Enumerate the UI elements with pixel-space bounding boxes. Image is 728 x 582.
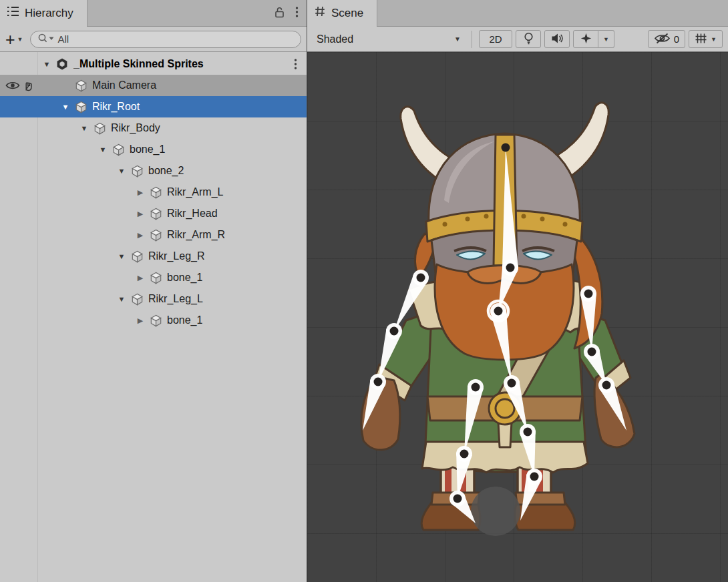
tree-row-bone-2[interactable]: ▼bone_2 bbox=[0, 160, 307, 182]
grid-settings-button[interactable]: ▼ bbox=[689, 30, 723, 48]
tree-row-main-camera[interactable]: Main Camera bbox=[0, 75, 307, 96]
object-name: Rikr_Body bbox=[111, 122, 160, 134]
indent bbox=[0, 278, 132, 278]
effects-button[interactable] bbox=[573, 30, 598, 48]
speaker-icon bbox=[551, 33, 564, 46]
add-object-button[interactable]: + ▼ bbox=[5, 33, 23, 46]
tree-row-rikr-root[interactable]: ▼Rikr_Root bbox=[0, 96, 307, 117]
grid-settings-icon bbox=[695, 33, 707, 46]
tree-row-rikr-arm-l[interactable]: ▶Rikr_Arm_L bbox=[0, 182, 307, 203]
tree-row-rikr-arm-r[interactable]: ▶Rikr_Arm_R bbox=[0, 224, 307, 246]
chevron-down-icon: ▼ bbox=[711, 36, 717, 43]
tree-row-rikr-leg-r[interactable]: ▼Rikr_Leg_R bbox=[0, 246, 307, 267]
eye-slash-icon bbox=[654, 33, 671, 46]
tree-row-rikr-body[interactable]: ▼Rikr_Body bbox=[0, 117, 307, 139]
indent bbox=[0, 150, 95, 150]
hierarchy-bar-actions bbox=[275, 0, 307, 26]
hierarchy-list-icon bbox=[7, 6, 19, 20]
bone-overlay[interactable] bbox=[307, 52, 728, 582]
scene-viewport[interactable] bbox=[307, 52, 728, 582]
foldout-collapsed-icon[interactable]: ▶ bbox=[132, 316, 148, 325]
cube-icon bbox=[148, 229, 163, 242]
hierarchy-search-field[interactable]: All bbox=[30, 31, 301, 48]
kebab-menu-icon[interactable] bbox=[294, 58, 297, 73]
tree-row-bone-1[interactable]: ▶bone_1 bbox=[0, 267, 307, 288]
scene-panel: Scene Shaded ▼ 2D ▼ 0 ▼ bbox=[307, 0, 728, 582]
hierarchy-panel: Hierarchy + ▼ All ▼_Multiple Skinned Spr… bbox=[0, 0, 307, 582]
indent bbox=[0, 214, 132, 214]
tab-hierarchy[interactable]: Hierarchy bbox=[0, 0, 87, 26]
cube-icon bbox=[73, 79, 88, 92]
tree-row--multiple-skinned-sprites[interactable]: ▼_Multiple Skinned Sprites bbox=[0, 53, 307, 75]
tab-scene[interactable]: Scene bbox=[307, 0, 377, 26]
cube-icon bbox=[73, 101, 88, 113]
cube-icon bbox=[111, 143, 126, 156]
cube-icon bbox=[130, 293, 144, 306]
foldout-expanded-icon[interactable]: ▼ bbox=[57, 103, 73, 111]
foldout-collapsed-icon[interactable]: ▶ bbox=[132, 274, 148, 282]
unity-editor: Hierarchy + ▼ All ▼_Multiple Skinned Spr… bbox=[0, 0, 728, 582]
foldout-collapsed-icon[interactable]: ▶ bbox=[132, 210, 148, 218]
search-icon bbox=[37, 33, 56, 46]
scene-tab-bar: Scene bbox=[307, 0, 728, 27]
effects-dropdown-button[interactable]: ▼ bbox=[598, 30, 614, 48]
foldout-expanded-icon[interactable]: ▼ bbox=[114, 167, 130, 175]
toggle-2d-button[interactable]: 2D bbox=[479, 30, 512, 48]
tree-row-rikr-leg-l[interactable]: ▼Rikr_Leg_L bbox=[0, 288, 307, 310]
foldout-expanded-icon[interactable]: ▼ bbox=[76, 124, 92, 132]
scene-visibility-button[interactable]: 0 bbox=[648, 30, 685, 48]
tree-row-rikr-head[interactable]: ▶Rikr_Head bbox=[0, 203, 307, 224]
search-value: All bbox=[58, 33, 69, 45]
object-name: bone_2 bbox=[148, 165, 184, 177]
draw-mode-dropdown[interactable]: Shaded ▼ bbox=[313, 33, 465, 45]
indent bbox=[0, 171, 114, 172]
object-name: _Multiple Skinned Sprites bbox=[73, 58, 204, 70]
scene-lighting-button[interactable] bbox=[516, 30, 541, 48]
scene-audio-button[interactable] bbox=[544, 30, 570, 48]
indent bbox=[0, 64, 39, 65]
object-name: bone_1 bbox=[167, 272, 202, 284]
foldout-collapsed-icon[interactable]: ▶ bbox=[132, 231, 148, 240]
chevron-down-icon: ▼ bbox=[603, 36, 609, 43]
foldout-collapsed-icon[interactable]: ▶ bbox=[132, 188, 148, 197]
indent bbox=[0, 235, 132, 236]
tab-scene-label: Scene bbox=[331, 7, 363, 20]
indent bbox=[0, 320, 132, 321]
indent bbox=[0, 299, 114, 300]
foldout-expanded-icon[interactable]: ▼ bbox=[95, 146, 111, 154]
object-name: Rikr_Arm_R bbox=[167, 229, 225, 241]
foldout-expanded-icon[interactable]: ▼ bbox=[114, 295, 130, 303]
object-name: Rikr_Arm_L bbox=[167, 186, 223, 198]
cube-icon bbox=[148, 208, 163, 220]
scene-effects-group: ▼ bbox=[573, 30, 614, 48]
cube-icon bbox=[130, 250, 144, 263]
object-name: Main Camera bbox=[92, 79, 156, 91]
indent bbox=[0, 128, 76, 129]
plus-icon: + bbox=[5, 33, 15, 46]
foldout-expanded-icon[interactable]: ▼ bbox=[114, 252, 130, 260]
cube-icon bbox=[130, 165, 144, 178]
pick-icon[interactable] bbox=[23, 79, 34, 91]
tree-row-bone-1[interactable]: ▶bone_1 bbox=[0, 310, 307, 331]
object-name: Rikr_Leg_R bbox=[148, 250, 204, 262]
hierarchy-tab-bar: Hierarchy bbox=[0, 0, 307, 27]
eye-icon[interactable] bbox=[5, 81, 20, 91]
hidden-count: 0 bbox=[674, 33, 679, 45]
cube-icon bbox=[148, 272, 163, 284]
indent bbox=[0, 192, 132, 193]
chevron-down-icon: ▼ bbox=[17, 36, 23, 43]
hierarchy-toolbar: + ▼ All bbox=[0, 27, 307, 52]
unity-scene-icon bbox=[55, 57, 69, 71]
kebab-menu-icon[interactable] bbox=[295, 6, 299, 21]
foldout-expanded-icon[interactable]: ▼ bbox=[39, 60, 55, 68]
toolbar-separator bbox=[472, 31, 472, 48]
object-name: bone_1 bbox=[167, 314, 202, 326]
effects-icon bbox=[580, 33, 592, 46]
chevron-down-icon: ▼ bbox=[454, 35, 461, 43]
cube-icon bbox=[92, 122, 107, 135]
lock-icon[interactable] bbox=[275, 6, 285, 21]
tree-row-bone-1[interactable]: ▼bone_1 bbox=[0, 139, 307, 160]
indent bbox=[0, 256, 114, 257]
object-name: Rikr_Leg_L bbox=[148, 293, 203, 305]
grid-icon bbox=[314, 5, 326, 21]
